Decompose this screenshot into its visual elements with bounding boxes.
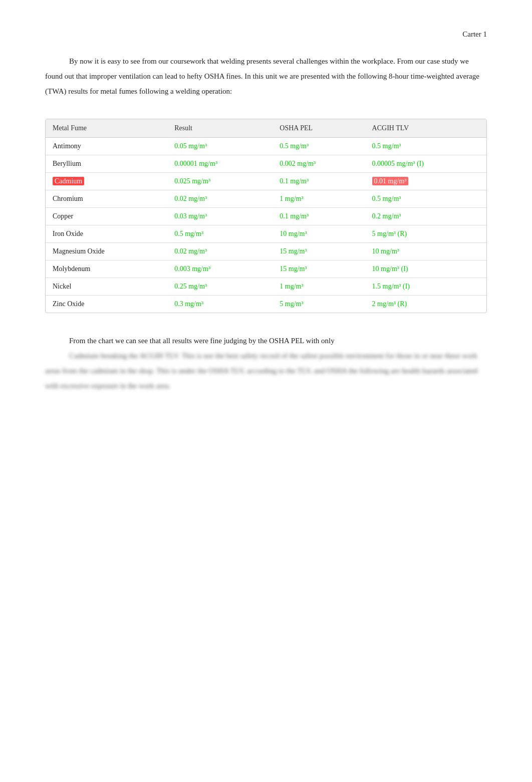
cell-osha-0: 0.5 mg/m³ bbox=[273, 138, 365, 155]
conclusion-visible: From the chart we can see that all resul… bbox=[45, 333, 487, 348]
cell-acgih-0: 0.5 mg/m³ bbox=[365, 138, 486, 155]
cell-acgih-4: 0.2 mg/m³ bbox=[365, 208, 486, 225]
cell-result-7: 0.003 mg/m³ bbox=[167, 260, 273, 278]
col-osha-pel: OSHA PEL bbox=[273, 119, 365, 138]
cell-metal-1: Beryllium bbox=[46, 155, 167, 173]
col-result: Result bbox=[167, 119, 273, 138]
conclusion-section: From the chart we can see that all resul… bbox=[45, 333, 487, 393]
cell-acgih-8: 1.5 mg/m³ (I) bbox=[365, 278, 486, 296]
cell-acgih-6: 10 mg/m³ bbox=[365, 243, 486, 260]
cell-result-2: 0.025 mg/m³ bbox=[167, 173, 273, 190]
cell-result-3: 0.02 mg/m³ bbox=[167, 190, 273, 208]
table-row: Nickel0.25 mg/m³1 mg/m³1.5 mg/m³ (I) bbox=[46, 278, 486, 296]
page-header: Carter 1 bbox=[45, 30, 487, 39]
cell-metal-2: Cadmium bbox=[46, 173, 167, 190]
cell-metal-0: Antimony bbox=[46, 138, 167, 155]
cell-result-4: 0.03 mg/m³ bbox=[167, 208, 273, 225]
cell-result-0: 0.05 mg/m³ bbox=[167, 138, 273, 155]
cell-osha-7: 15 mg/m³ bbox=[273, 260, 365, 278]
cell-result-6: 0.02 mg/m³ bbox=[167, 243, 273, 260]
table-row: Cadmium0.025 mg/m³0.1 mg/m³0.01 mg/m³ bbox=[46, 173, 486, 190]
cell-osha-9: 5 mg/m³ bbox=[273, 296, 365, 313]
cell-osha-1: 0.002 mg/m³ bbox=[273, 155, 365, 173]
cell-metal-4: Copper bbox=[46, 208, 167, 225]
cell-osha-4: 0.1 mg/m³ bbox=[273, 208, 365, 225]
cell-metal-6: Magnesium Oxide bbox=[46, 243, 167, 260]
cell-acgih-2: 0.01 mg/m³ bbox=[365, 173, 486, 190]
table-row: Chromium0.02 mg/m³1 mg/m³0.5 mg/m³ bbox=[46, 190, 486, 208]
cell-acgih-5: 5 mg/m³ (R) bbox=[365, 225, 486, 243]
table-header-row: Metal Fume Result OSHA PEL ACGIH TLV bbox=[46, 119, 486, 138]
cell-osha-3: 1 mg/m³ bbox=[273, 190, 365, 208]
cell-osha-8: 1 mg/m³ bbox=[273, 278, 365, 296]
table-row: Antimony0.05 mg/m³0.5 mg/m³0.5 mg/m³ bbox=[46, 138, 486, 155]
cell-acgih-7: 10 mg/m³ (I) bbox=[365, 260, 486, 278]
cell-metal-5: Iron Oxide bbox=[46, 225, 167, 243]
cell-metal-7: Molybdenum bbox=[46, 260, 167, 278]
cell-result-1: 0.00001 mg/m³ bbox=[167, 155, 273, 173]
cell-acgih-3: 0.5 mg/m³ bbox=[365, 190, 486, 208]
table-row: Iron Oxide0.5 mg/m³10 mg/m³5 mg/m³ (R) bbox=[46, 225, 486, 243]
cell-result-8: 0.25 mg/m³ bbox=[167, 278, 273, 296]
cell-metal-3: Chromium bbox=[46, 190, 167, 208]
col-acgih-tlv: ACGIH TLV bbox=[365, 119, 486, 138]
intro-paragraph: By now it is easy to see from our course… bbox=[45, 54, 487, 99]
table-row: Molybdenum0.003 mg/m³15 mg/m³10 mg/m³ (I… bbox=[46, 260, 486, 278]
cell-metal-8: Nickel bbox=[46, 278, 167, 296]
cell-metal-9: Zinc Oxide bbox=[46, 296, 167, 313]
cell-acgih-1: 0.00005 mg/m³ (I) bbox=[365, 155, 486, 173]
cell-osha-5: 10 mg/m³ bbox=[273, 225, 365, 243]
cell-osha-2: 0.1 mg/m³ bbox=[273, 173, 365, 190]
cell-result-9: 0.3 mg/m³ bbox=[167, 296, 273, 313]
table-row: Beryllium0.00001 mg/m³0.002 mg/m³0.00005… bbox=[46, 155, 486, 173]
conclusion-blurred: Cadmium breaking the ACGIH TLV. This is … bbox=[45, 348, 487, 393]
table-row: Zinc Oxide0.3 mg/m³5 mg/m³2 mg/m³ (R) bbox=[46, 296, 486, 313]
header-text: Carter 1 bbox=[462, 30, 487, 38]
cell-acgih-9: 2 mg/m³ (R) bbox=[365, 296, 486, 313]
data-table: Metal Fume Result OSHA PEL ACGIH TLV Ant… bbox=[45, 119, 487, 313]
cell-osha-6: 15 mg/m³ bbox=[273, 243, 365, 260]
cell-result-5: 0.5 mg/m³ bbox=[167, 225, 273, 243]
col-metal-fume: Metal Fume bbox=[46, 119, 167, 138]
table-row: Copper0.03 mg/m³0.1 mg/m³0.2 mg/m³ bbox=[46, 208, 486, 225]
intro-text: By now it is easy to see from our course… bbox=[45, 54, 487, 99]
table-row: Magnesium Oxide0.02 mg/m³15 mg/m³10 mg/m… bbox=[46, 243, 486, 260]
